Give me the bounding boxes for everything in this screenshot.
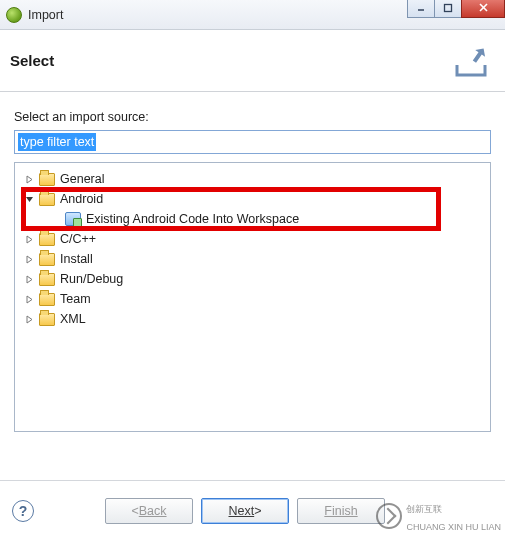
tree-item-label: Existing Android Code Into Workspace	[86, 212, 299, 226]
chevron-right-icon[interactable]	[23, 253, 35, 265]
svg-marker-5	[26, 197, 33, 202]
page-title: Select	[10, 52, 54, 69]
chevron-down-icon[interactable]	[23, 193, 35, 205]
svg-marker-7	[27, 256, 32, 263]
watermark-text-2: CHUANG XIN HU LIAN	[406, 522, 501, 532]
tree-item-cpp[interactable]: C/C++	[17, 229, 488, 249]
folder-icon	[39, 293, 55, 306]
tree-item-label: General	[60, 172, 104, 186]
watermark-logo-icon	[376, 503, 402, 529]
close-button[interactable]	[461, 0, 505, 18]
wizard-content: Select an import source: type filter tex…	[0, 92, 505, 442]
svg-marker-9	[27, 296, 32, 303]
maximize-button[interactable]	[434, 0, 462, 18]
chevron-right-icon[interactable]	[23, 173, 35, 185]
watermark: 创新互联 CHUANG XIN HU LIAN	[376, 498, 501, 534]
svg-marker-4	[27, 176, 32, 183]
wizard-item-icon	[65, 212, 81, 226]
tree-item-label: Install	[60, 252, 93, 266]
tree-item-general[interactable]: General	[17, 169, 488, 189]
prompt-label: Select an import source:	[14, 110, 491, 124]
filter-input[interactable]: type filter text	[14, 130, 491, 154]
back-button[interactable]: < Back	[105, 498, 193, 524]
filter-placeholder: type filter text	[18, 133, 96, 151]
tree-item-label: Team	[60, 292, 91, 306]
next-button-label: Next	[228, 504, 254, 518]
svg-marker-8	[27, 276, 32, 283]
folder-icon	[39, 253, 55, 266]
tree-item-xml[interactable]: XML	[17, 309, 488, 329]
wizard-header: Select	[0, 30, 505, 92]
tree-item-install[interactable]: Install	[17, 249, 488, 269]
tree-item-android-existing[interactable]: Existing Android Code Into Workspace	[17, 209, 488, 229]
chevron-right-icon[interactable]	[23, 313, 35, 325]
tree-item-label: C/C++	[60, 232, 96, 246]
titlebar: Import	[0, 0, 505, 30]
tree-item-android[interactable]: Android	[17, 189, 488, 209]
folder-icon	[39, 173, 55, 186]
folder-icon	[39, 273, 55, 286]
tree-item-rundebug[interactable]: Run/Debug	[17, 269, 488, 289]
window-title: Import	[28, 8, 63, 22]
eclipse-icon	[6, 7, 22, 23]
tree-item-label: XML	[60, 312, 86, 326]
tree-item-label: Android	[60, 192, 103, 206]
minimize-button[interactable]	[407, 0, 435, 18]
svg-marker-6	[27, 236, 32, 243]
tree-item-team[interactable]: Team	[17, 289, 488, 309]
import-icon	[451, 41, 491, 81]
import-source-tree[interactable]: General Android Existing Android Code In…	[14, 162, 491, 432]
chevron-right-icon[interactable]	[23, 293, 35, 305]
watermark-text-1: 创新互联	[406, 504, 442, 514]
back-button-label: Back	[139, 504, 167, 518]
svg-rect-1	[445, 4, 452, 11]
chevron-right-icon[interactable]	[23, 233, 35, 245]
folder-icon	[39, 193, 55, 206]
chevron-right-icon[interactable]	[23, 273, 35, 285]
next-button[interactable]: Next >	[201, 498, 289, 524]
folder-icon	[39, 233, 55, 246]
finish-button-label: Finish	[324, 504, 357, 518]
window-buttons	[408, 0, 505, 18]
tree-item-label: Run/Debug	[60, 272, 123, 286]
folder-icon	[39, 313, 55, 326]
help-button[interactable]: ?	[12, 500, 34, 522]
finish-button[interactable]: Finish	[297, 498, 385, 524]
svg-marker-10	[27, 316, 32, 323]
